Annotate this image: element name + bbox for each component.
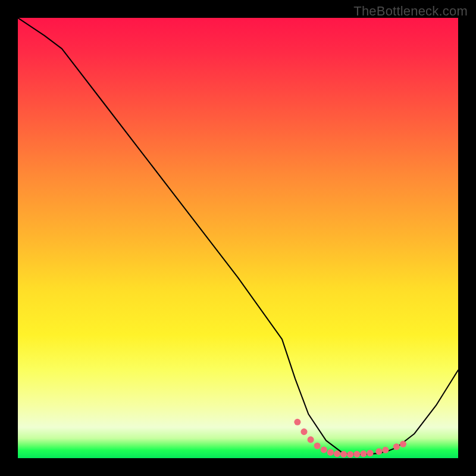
curve-marker-dot: [321, 446, 327, 453]
curve-marker-dot: [314, 443, 321, 449]
curve-marker-dot: [360, 450, 367, 457]
plot-area: [18, 18, 458, 458]
bottleneck-curve-svg: [18, 18, 458, 458]
bottleneck-curve-line: [18, 18, 458, 455]
curve-marker-dot: [294, 419, 300, 425]
curve-marker-dot: [400, 441, 406, 447]
curve-marker-dot: [340, 451, 347, 458]
curve-marker-dot: [308, 436, 314, 443]
curve-marker-dot: [347, 451, 353, 458]
curve-marker-dot: [334, 450, 340, 457]
flat-bottom-dots: [294, 419, 406, 458]
curve-marker-dot: [393, 443, 400, 450]
chart-stage: TheBottleneck.com: [0, 0, 476, 476]
curve-marker-dot: [353, 451, 360, 458]
curve-marker-dot: [375, 448, 382, 455]
watermark-text: TheBottleneck.com: [353, 4, 468, 19]
curve-marker-dot: [327, 449, 334, 456]
curve-marker-dot: [382, 447, 389, 453]
curve-marker-dot: [300, 428, 307, 435]
curve-marker-dot: [367, 450, 373, 456]
